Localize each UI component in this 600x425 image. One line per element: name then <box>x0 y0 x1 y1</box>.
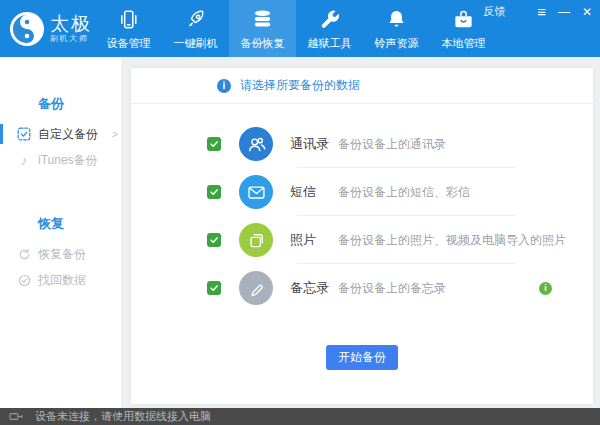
sidebar-item-custom-backup[interactable]: 自定义备份 > <box>0 121 121 147</box>
brand-name: 太极 <box>50 14 92 33</box>
phone-icon <box>117 6 140 33</box>
sidebar-item-restore-backup[interactable]: 恢复备份 <box>0 241 121 267</box>
tab-label: 一键刷机 <box>174 36 218 51</box>
minimize-icon[interactable]: — <box>558 6 570 18</box>
prompt-row: 请选择所要备份的数据 <box>131 68 593 104</box>
wrench-icon <box>318 6 341 33</box>
sidebar-item-recover-data[interactable]: 找回数据 <box>0 267 121 293</box>
row-memo[interactable]: 备忘录 备份设备上的备忘录 <box>131 264 593 312</box>
sidebar-section-backup: 备份 <box>0 95 121 113</box>
sidebar-item-label: iTunes备份 <box>38 152 98 169</box>
row-description: 备份设备上的短信、彩信 <box>338 184 470 201</box>
status-message: 设备未连接，请使用数据线接入电脑 <box>35 409 211 424</box>
sidebar-item-label: 自定义备份 <box>38 126 98 143</box>
prompt-text: 请选择所要备份的数据 <box>240 77 360 94</box>
row-description: 备份设备上的备忘录 <box>338 280 446 297</box>
tab-label: 越狱工具 <box>308 36 352 51</box>
sidebar: 备份 自定义备份 > ♪ iTunes备份 恢复 <box>0 57 121 408</box>
row-title: 短信 <box>290 183 338 201</box>
backup-selection-card: 请选择所要备份的数据 通讯录 备份设备上的通讯录 <box>131 68 593 404</box>
window-controls: 反馈 ≡ — ✕ <box>483 4 592 19</box>
tab-ringtone-resources[interactable]: 铃声资源 <box>363 0 430 57</box>
tab-jailbreak-tools[interactable]: 越狱工具 <box>296 0 363 57</box>
chevron-right-icon: > <box>112 129 118 140</box>
sms-checkbox[interactable] <box>207 185 221 199</box>
rocket-icon <box>184 6 207 33</box>
music-note-icon: ♪ <box>17 153 31 167</box>
memo-checkbox[interactable] <box>207 281 221 295</box>
info-icon <box>217 79 231 93</box>
photos-icon <box>239 223 273 257</box>
recover-data-icon <box>17 273 31 287</box>
photos-checkbox[interactable] <box>207 233 221 247</box>
bell-icon <box>385 6 408 33</box>
row-sms[interactable]: 短信 备份设备上的短信、彩信 <box>131 168 593 216</box>
feedback-link[interactable]: 反馈 <box>483 4 505 19</box>
sidebar-item-label: 找回数据 <box>38 272 86 289</box>
tab-label: 本地管理 <box>442 36 486 51</box>
brand-subtitle: 刷机大师 <box>50 35 88 43</box>
app-brand: 太极 刷机大师 <box>0 0 95 57</box>
toolbox-icon <box>452 6 475 33</box>
close-icon[interactable]: ✕ <box>582 6 592 18</box>
sidebar-item-label: 恢复备份 <box>38 246 86 263</box>
menu-icon[interactable]: ≡ <box>537 6 546 17</box>
taiji-logo-icon <box>9 11 45 47</box>
tab-label: 铃声资源 <box>375 36 419 51</box>
app-window: 太极 刷机大师 设备管理 一键刷机 <box>0 0 600 425</box>
contacts-icon <box>239 127 273 161</box>
sidebar-item-itunes-backup[interactable]: ♪ iTunes备份 <box>0 147 121 173</box>
row-description: 备份设备上的通讯录 <box>338 136 446 153</box>
tab-device-management[interactable]: 设备管理 <box>95 0 162 57</box>
tab-label: 备份恢复 <box>241 36 285 51</box>
titlebar: 太极 刷机大师 设备管理 一键刷机 <box>0 0 600 57</box>
row-title: 通讯录 <box>290 135 338 153</box>
custom-backup-icon <box>17 127 31 141</box>
database-icon <box>251 6 274 33</box>
tab-label: 设备管理 <box>107 36 151 51</box>
row-description: 备份设备上的照片、视频及电脑导入的照片 <box>338 232 566 249</box>
backup-options-list: 通讯录 备份设备上的通讯录 短信 备份设备上的短信、彩信 <box>131 104 593 312</box>
row-title: 照片 <box>290 231 338 249</box>
row-contacts[interactable]: 通讯录 备份设备上的通讯录 <box>131 120 593 168</box>
memo-icon <box>239 271 273 305</box>
sms-icon <box>239 175 273 209</box>
start-backup-button[interactable]: 开始备份 <box>326 345 398 370</box>
memo-info-icon[interactable] <box>539 282 552 295</box>
usb-cable-icon <box>9 412 26 421</box>
tab-one-click-flash[interactable]: 一键刷机 <box>162 0 229 57</box>
main-nav: 设备管理 一键刷机 备份恢复 <box>95 0 497 57</box>
tab-backup-restore[interactable]: 备份恢复 <box>229 0 296 57</box>
main-area: 请选择所要备份的数据 通讯录 备份设备上的通讯录 <box>121 57 600 408</box>
sidebar-section-restore: 恢复 <box>0 215 121 233</box>
contacts-checkbox[interactable] <box>207 137 221 151</box>
statusbar: 设备未连接，请使用数据线接入电脑 <box>0 408 600 425</box>
restore-icon <box>17 247 31 261</box>
row-photos[interactable]: 照片 备份设备上的照片、视频及电脑导入的照片 <box>131 216 593 264</box>
row-title: 备忘录 <box>290 279 338 297</box>
